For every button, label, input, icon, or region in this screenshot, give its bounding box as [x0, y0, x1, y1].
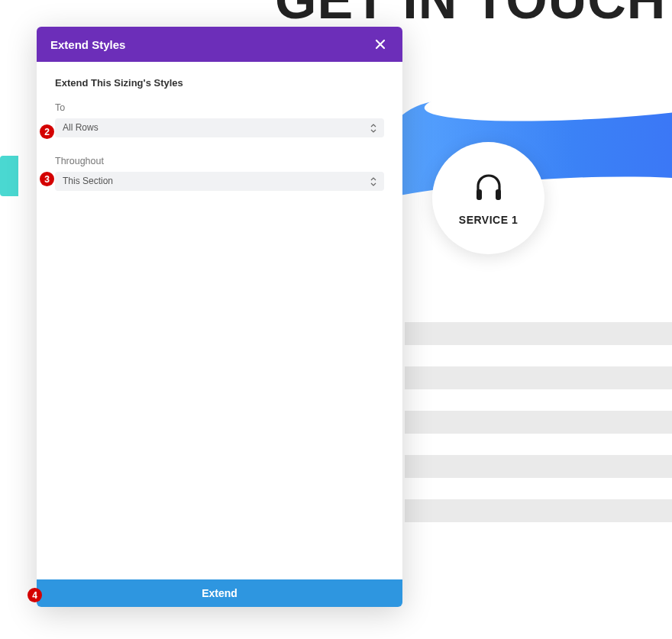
placeholder-bar — [405, 366, 672, 389]
svg-rect-1 — [496, 189, 501, 200]
form-placeholder-bars — [405, 322, 672, 522]
close-icon[interactable] — [372, 36, 389, 53]
throughout-select-wrap: This Section — [55, 172, 384, 191]
placeholder-bar — [405, 411, 672, 434]
headphones-icon — [473, 174, 504, 205]
svg-rect-0 — [477, 189, 482, 200]
placeholder-bar — [405, 455, 672, 478]
page-title-fragment: GET IN TOUCH — [275, 0, 666, 31]
throughout-select[interactable]: This Section — [55, 172, 384, 191]
extend-styles-modal: Extend Styles Extend This Sizing's Style… — [37, 27, 402, 607]
modal-header: Extend Styles — [37, 27, 402, 62]
modal-footer: Extend — [37, 579, 402, 607]
to-select[interactable]: All Rows — [55, 118, 384, 137]
annotation-badge-2: 2 — [40, 124, 54, 139]
modal-heading: Extend This Sizing's Styles — [55, 77, 384, 89]
placeholder-bar — [405, 499, 672, 522]
to-select-wrap: All Rows — [55, 118, 384, 137]
annotation-badge-4: 4 — [27, 588, 42, 602]
service-label: SERVICE 1 — [459, 214, 518, 226]
throughout-label: Throughout — [55, 156, 384, 166]
modal-title: Extend Styles — [50, 38, 125, 51]
to-label: To — [55, 102, 384, 113]
annotation-badge-3: 3 — [40, 172, 54, 186]
extend-button[interactable]: Extend — [37, 579, 402, 607]
modal-body: Extend This Sizing's Styles To All Rows … — [37, 62, 402, 579]
side-tab[interactable] — [0, 156, 18, 196]
service-card[interactable]: SERVICE 1 — [432, 142, 544, 254]
placeholder-bar — [405, 322, 672, 345]
